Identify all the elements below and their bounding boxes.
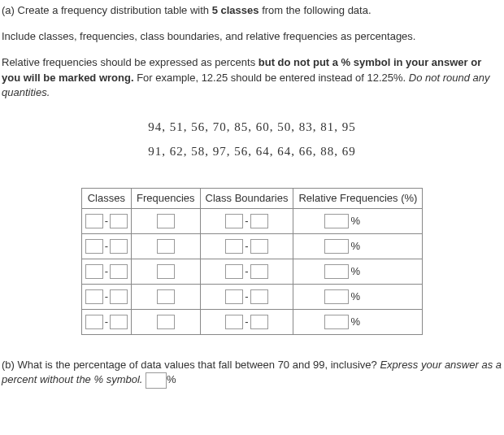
table-row: - - % [81,259,423,285]
dash: - [245,239,248,254]
text: from the following data. [259,4,371,16]
class-low-input[interactable] [85,289,103,304]
relfreq-input[interactable] [324,289,349,304]
dash: - [105,239,108,254]
part-a-line3: Relative frequencies should be expressed… [2,55,502,100]
header-frequencies: Frequencies [131,188,200,208]
boundary-low-input[interactable] [225,315,243,329]
dash: - [245,264,248,279]
part-b: (b) What is the percentage of data value… [2,358,502,389]
class-high-input[interactable] [110,264,128,279]
table-row: - - % [81,310,423,335]
frequency-table: Classes Frequencies Class Boundaries Rel… [81,188,424,335]
percent-symbol: % [350,290,360,302]
frequency-input[interactable] [157,264,175,279]
dash: - [105,214,108,228]
boundary-low-input[interactable] [225,264,243,279]
percent-symbol: % [350,215,360,227]
data-row-2: 91, 62, 58, 97, 56, 64, 64, 66, 88, 69 [2,139,502,163]
dash: - [105,264,108,279]
part-b-input[interactable] [146,372,167,389]
class-high-input[interactable] [110,214,128,228]
table-header-row: Classes Frequencies Class Boundaries Rel… [81,188,423,208]
header-boundaries: Class Boundaries [200,188,293,208]
part-a-line2: Include classes, frequencies, class boun… [2,29,502,44]
class-high-input[interactable] [110,239,128,254]
boundary-low-input[interactable] [225,289,243,304]
frequency-input[interactable] [157,289,175,304]
text: (a) Create a frequency distribution tabl… [2,4,212,16]
frequency-input[interactable] [157,214,175,228]
percent-symbol: % [350,240,360,252]
text: (b) What is the percentage of data value… [2,359,380,371]
text: Relative frequencies should be expressed… [2,56,259,68]
boundary-high-input[interactable] [250,315,268,329]
dash: - [245,315,248,329]
boundary-low-input[interactable] [225,239,243,254]
boundary-low-input[interactable] [225,214,243,228]
class-low-input[interactable] [85,264,103,279]
relfreq-input[interactable] [324,214,349,228]
text: For example, 12.25 should be entered ins… [134,72,409,84]
relfreq-input[interactable] [324,239,349,254]
boundary-high-input[interactable] [250,239,268,254]
dash: - [245,214,248,228]
class-low-input[interactable] [85,239,103,254]
class-high-input[interactable] [110,289,128,304]
boundary-high-input[interactable] [250,264,268,279]
header-classes: Classes [81,188,131,208]
percent-symbol: % [167,374,176,386]
data-values: 94, 51, 56, 70, 85, 60, 50, 83, 81, 95 9… [2,115,502,163]
part-a-line1: (a) Create a frequency distribution tabl… [2,3,502,18]
table-row: - - % [81,285,423,310]
bold-text: 5 classes [212,4,259,16]
data-row-1: 94, 51, 56, 70, 85, 60, 50, 83, 81, 95 [2,115,502,139]
percent-symbol: % [350,265,360,277]
dash: - [105,315,108,329]
dash: - [105,289,108,304]
dash: - [245,289,248,304]
table-row: - - % [81,234,423,259]
header-relfreq: Relative Frequencies (%) [293,188,423,208]
boundary-high-input[interactable] [250,289,268,304]
table-row: - - % [81,209,423,234]
frequency-input[interactable] [157,315,175,329]
class-low-input[interactable] [85,315,103,329]
class-low-input[interactable] [85,214,103,228]
frequency-input[interactable] [157,239,175,254]
boundary-high-input[interactable] [250,214,268,228]
percent-symbol: % [350,315,360,328]
class-high-input[interactable] [110,315,128,329]
relfreq-input[interactable] [324,315,349,329]
relfreq-input[interactable] [324,264,349,279]
